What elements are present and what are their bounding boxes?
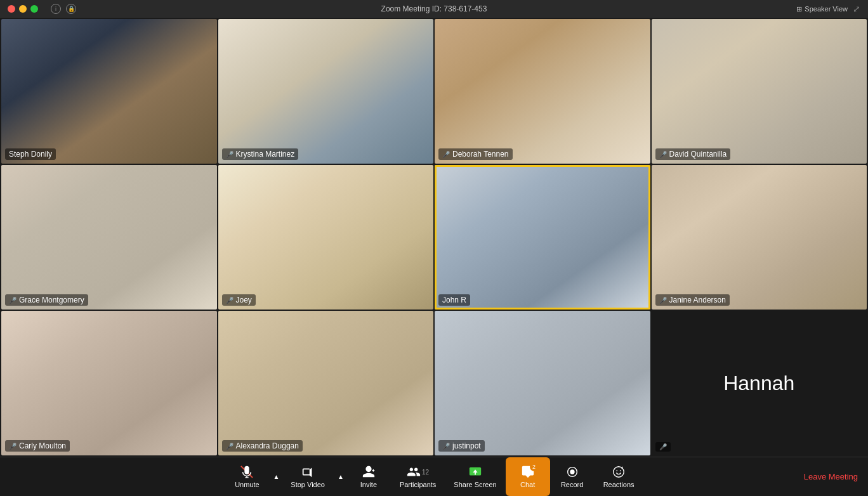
hannah-display-name: Hannah — [723, 372, 794, 395]
participant-cell-joey: 🎤 Joey — [218, 165, 434, 310]
participant-cell-janine: 🎤 Janine Anderson — [652, 165, 867, 310]
share-screen-button[interactable]: Share Screen — [445, 457, 505, 496]
carly-name-label: Carly Moulton — [19, 441, 66, 450]
share-screen-icon-wrapper — [468, 465, 482, 479]
lock-icon[interactable]: 🔒 — [66, 4, 76, 14]
participant-cell-justinpot: 🎤 justinpot — [435, 311, 650, 455]
stop-video-icon-wrapper — [301, 465, 315, 479]
invite-icon-wrapper — [362, 465, 376, 479]
david-name-label: David Quintanilla — [669, 150, 727, 159]
participant-name-alexandra: 🎤 Alexandra Duggan — [222, 440, 303, 452]
info-icon[interactable]: i — [51, 4, 61, 14]
participant-name-david: 🎤 David Quintanilla — [655, 148, 731, 160]
chat-button[interactable]: 2 Chat — [506, 457, 550, 496]
participants-icon — [407, 465, 421, 479]
invite-icon — [362, 465, 376, 479]
record-icon-wrapper — [565, 465, 579, 479]
meeting-title: Zoom Meeting ID: 738-617-453 — [381, 4, 487, 13]
participant-name-steph: Steph Donily — [5, 148, 56, 160]
microphone-muted-icon — [240, 465, 254, 479]
participant-cell-alexandra: 🎤 Alexandra Duggan — [218, 311, 434, 455]
participant-name-hannah: 🎤 — [655, 442, 671, 452]
alexandra-name-label: Alexandra Duggan — [236, 441, 299, 450]
chat-badge: 2 — [530, 462, 539, 471]
grace-name-label: Grace Montgomery — [19, 296, 84, 304]
mute-icon-janine: 🎤 — [659, 297, 667, 304]
traffic-lights — [8, 5, 38, 13]
mute-icon-justinpot: 🎤 — [442, 443, 450, 450]
mute-icon-alexandra: 🎤 — [226, 443, 233, 450]
participant-cell-hannah: Hannah 🎤 — [652, 311, 867, 455]
share-screen-label: Share Screen — [454, 481, 496, 488]
mute-icon-joey: 🎤 — [226, 297, 233, 304]
participant-name-janine: 🎤 Janine Anderson — [655, 294, 730, 306]
participant-cell-grace: 🎤 Grace Montgomery — [1, 165, 217, 310]
participant-name-grace: 🎤 Grace Montgomery — [5, 294, 88, 306]
video-icon — [301, 465, 315, 479]
fullscreen-icon[interactable]: ⤢ — [853, 4, 860, 14]
unmute-group: Unmute ▲ — [225, 465, 282, 488]
participants-count: 12 — [422, 469, 429, 476]
steph-name-label: Steph Donily — [9, 150, 52, 159]
svg-point-7 — [616, 470, 617, 471]
unmute-button[interactable]: Unmute — [225, 465, 269, 488]
participant-cell-david: 🎤 David Quintanilla — [652, 19, 867, 164]
reactions-button[interactable]: Reactions — [595, 457, 643, 496]
deborah-name-label: Deborah Tennen — [452, 150, 509, 159]
title-bar: i 🔒 Zoom Meeting ID: 738-617-453 ⊞ Speak… — [0, 0, 868, 18]
participant-name-joey: 🎤 Joey — [222, 294, 256, 306]
record-button[interactable]: Record — [550, 457, 595, 496]
unmute-label: Unmute — [235, 481, 260, 488]
participants-button[interactable]: 12 Participants — [391, 457, 445, 496]
reactions-icon-wrapper — [612, 465, 626, 479]
mute-icon-krystina: 🎤 — [226, 151, 233, 158]
record-icon — [565, 465, 579, 479]
video-chevron-icon: ▲ — [338, 473, 344, 480]
mute-icon-hannah: 🎤 — [659, 443, 667, 450]
invite-button[interactable]: Invite — [346, 457, 391, 496]
krystina-name-label: Krystina Martinez — [236, 150, 295, 159]
participant-cell-carly: 🎤 Carly Moulton — [1, 311, 217, 455]
top-left-icons: i 🔒 — [51, 4, 76, 14]
speaker-view-label: Speaker View — [805, 5, 848, 13]
janine-name-label: Janine Anderson — [669, 296, 726, 304]
stop-video-label: Stop Video — [291, 481, 325, 488]
participant-cell-steph: Steph Donily — [1, 19, 217, 164]
toolbar: Unmute ▲ Stop Video ▲ Invite — [0, 457, 868, 496]
close-button[interactable] — [8, 5, 15, 13]
share-screen-icon — [468, 465, 482, 479]
mute-icon-carly: 🎤 — [9, 443, 16, 450]
maximize-button[interactable] — [30, 5, 38, 13]
joey-name-label: Joey — [236, 296, 252, 304]
svg-point-5 — [570, 469, 574, 474]
reactions-icon — [612, 465, 626, 479]
participant-name-deborah: 🎤 Deborah Tennen — [438, 148, 513, 160]
unmute-chevron-button[interactable]: ▲ — [269, 473, 282, 480]
participants-icon-wrapper: 12 — [407, 465, 429, 479]
leave-meeting-button[interactable]: Leave Meeting — [804, 472, 858, 481]
video-chevron-button[interactable]: ▲ — [334, 473, 346, 480]
svg-point-8 — [620, 470, 621, 471]
minimize-button[interactable] — [19, 5, 27, 13]
unmute-chevron-icon: ▲ — [273, 473, 279, 480]
stop-video-button[interactable]: Stop Video — [282, 465, 334, 488]
participant-name-carly: 🎤 Carly Moulton — [5, 440, 70, 452]
stop-video-group: Stop Video ▲ — [282, 465, 346, 488]
participant-cell-krystina: 🎤 Krystina Martinez — [218, 19, 434, 164]
mute-icon-grace: 🎤 — [9, 297, 16, 304]
mute-icon-deborah: 🎤 — [442, 151, 450, 158]
chat-label: Chat — [520, 481, 535, 488]
chat-icon-wrapper: 2 — [521, 465, 535, 479]
participants-label: Participants — [400, 481, 436, 488]
mute-icon-david: 🎤 — [659, 151, 667, 158]
justinpot-name-label: justinpot — [452, 441, 481, 450]
reactions-label: Reactions — [603, 481, 635, 488]
participant-name-krystina: 🎤 Krystina Martinez — [222, 148, 299, 160]
record-label: Record — [561, 481, 583, 488]
speaker-view-icon: ⊞ — [796, 5, 802, 13]
invite-label: Invite — [360, 481, 377, 488]
speaker-view-button[interactable]: ⊞ Speaker View — [796, 5, 848, 13]
participant-name-john: John R — [438, 294, 470, 306]
participant-cell-john: John R — [435, 165, 650, 310]
john-name-label: John R — [442, 296, 466, 304]
